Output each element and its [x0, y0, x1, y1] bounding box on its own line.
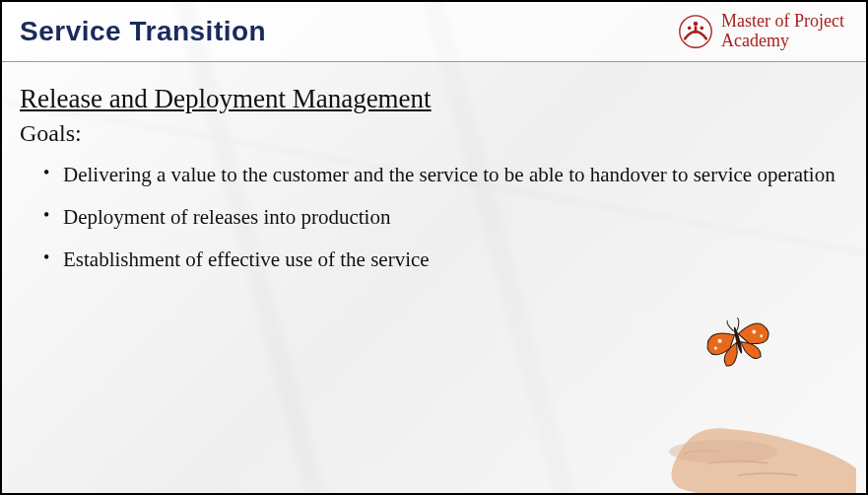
svg-point-3 — [701, 26, 704, 30]
brand: Master of Project Academy — [678, 12, 844, 51]
svg-point-1 — [694, 21, 699, 26]
decorative-image — [610, 306, 866, 493]
svg-point-9 — [713, 346, 717, 350]
svg-point-10 — [760, 334, 764, 338]
brand-text: Master of Project Academy — [721, 12, 844, 51]
svg-point-7 — [717, 338, 722, 343]
header-title: Service Transition — [20, 16, 266, 47]
brand-logo-icon — [678, 14, 713, 49]
goals-label: Goals: — [20, 120, 848, 147]
slide-content: Release and Deployment Management Goals:… — [2, 62, 866, 272]
slide-header: Service Transition Master of Project Aca… — [2, 2, 866, 62]
bullet-list: Delivering a value to the customer and t… — [20, 163, 848, 272]
svg-point-2 — [688, 26, 692, 30]
butterfly-icon — [701, 311, 773, 370]
svg-point-5 — [669, 440, 777, 463]
slide: Service Transition Master of Project Aca… — [2, 2, 866, 493]
hand-icon — [669, 428, 856, 493]
brand-line1: Master of Project — [721, 12, 844, 32]
svg-point-6 — [732, 326, 743, 354]
svg-point-8 — [752, 329, 757, 334]
list-item: Delivering a value to the customer and t… — [43, 163, 848, 187]
list-item: Establishment of effective use of the se… — [43, 248, 848, 272]
section-title: Release and Deployment Management — [20, 84, 848, 114]
list-item: Deployment of releases into production — [43, 205, 848, 230]
brand-line2: Academy — [721, 32, 844, 51]
